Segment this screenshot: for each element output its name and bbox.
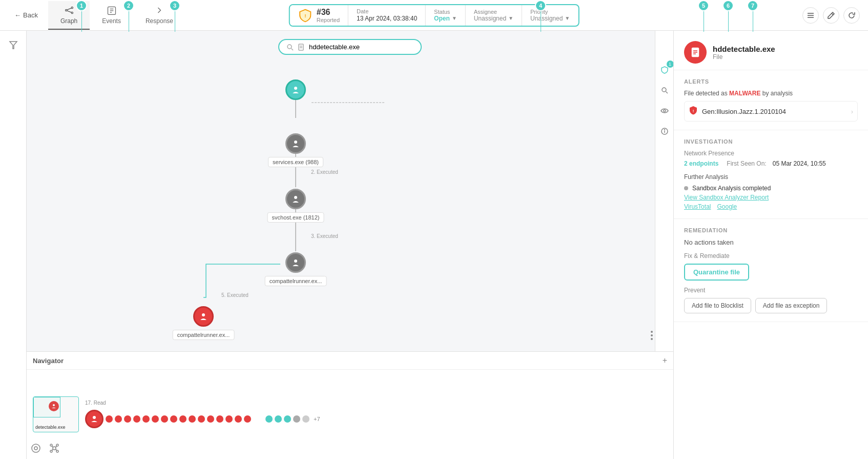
node-services[interactable]: services.exe (988) — [285, 133, 306, 154]
node-compattel1-circle — [285, 252, 306, 273]
timeline-dot-red-12[interactable] — [207, 415, 214, 423]
svg-point-24 — [294, 87, 297, 90]
timeline-dot-red-10[interactable] — [189, 415, 196, 423]
timeline-dot-red-3[interactable] — [124, 415, 131, 423]
svg-rect-17 — [299, 44, 303, 50]
svg-line-30 — [666, 92, 668, 94]
tab-graph[interactable]: Graph — [48, 1, 90, 30]
timeline-dot-gray-2[interactable] — [302, 415, 309, 423]
list-icon-button[interactable] — [802, 7, 819, 24]
add-file-exception-button[interactable]: Add file as exception — [755, 298, 828, 313]
alert-item[interactable]: ! Gen:Illusion.Jazz.1.2010104 › — [684, 101, 858, 122]
more-dot-3 — [651, 338, 653, 340]
navigator-header: Navigator + — [27, 352, 673, 370]
back-button[interactable]: ← Back — [8, 8, 44, 22]
svg-point-31 — [664, 110, 666, 112]
timeline-dot-red-16[interactable] — [244, 415, 251, 423]
endpoints-link[interactable]: 2 endpoints — [684, 160, 718, 167]
right-panel: hddetectable.exe File ALERTS File detect… — [673, 31, 868, 459]
more-dot-2 — [651, 334, 653, 336]
prevent-action-buttons: Add file to Blocklist Add file as except… — [684, 298, 858, 313]
more-dot-1 — [651, 331, 653, 333]
filter-icon-button[interactable] — [5, 37, 22, 53]
badge-count: 1 — [667, 61, 674, 68]
node-svchost-icon — [291, 194, 300, 204]
cluster-icon-button[interactable] — [49, 443, 59, 455]
node-svchost[interactable]: svchost.exe (1812) — [285, 189, 306, 209]
search-sidebar-icon-button[interactable] — [656, 82, 673, 98]
tab-response[interactable]: Response — [133, 1, 185, 30]
refresh-icon-button[interactable] — [843, 7, 860, 24]
svg-point-27 — [294, 260, 297, 263]
timeline-main-node[interactable] — [85, 410, 104, 428]
node-compattel2[interactable]: compattelrunner.ex... — [193, 306, 214, 327]
svg-line-44 — [52, 446, 53, 448]
timeline-dot-red-6[interactable] — [152, 415, 159, 423]
investigation-section: INVESTIGATION Network Presence 2 endpoin… — [674, 130, 868, 219]
remediation-title: REMEDIATION — [684, 227, 858, 233]
further-analysis: Further Analysis Sandbox Analysis comple… — [684, 173, 858, 210]
mini-map[interactable]: detectable.exe — [33, 396, 79, 432]
timeline-dot-gray-1[interactable] — [293, 415, 300, 423]
graph-search-input[interactable] — [309, 43, 414, 51]
shield-sidebar-icon-button[interactable]: 1 — [656, 62, 673, 78]
timeline-dot-red-8[interactable] — [170, 415, 177, 423]
timeline-dot-red-5[interactable] — [142, 415, 150, 423]
svg-point-28 — [202, 313, 205, 316]
alert-banner: File detected as MALWARE by analysis — [684, 90, 858, 97]
more-options-button[interactable] — [649, 329, 655, 342]
assignee-field[interactable]: Assignee Unassigned ▼ — [466, 5, 522, 26]
timeline-dot-red-14[interactable] — [225, 415, 233, 423]
add-to-blocklist-button[interactable]: Add file to Blocklist — [684, 298, 751, 313]
timeline-dot-red-4[interactable] — [133, 415, 140, 423]
alert-shield-icon: ! — [689, 106, 698, 117]
edge-label-executed-5: 5. Executed — [221, 292, 249, 298]
priority-field[interactable]: Priority Unassigned ▼ — [522, 5, 578, 26]
view-sandbox-report-link[interactable]: View Sandbox Analyzer Report — [684, 194, 858, 201]
quarantine-button[interactable]: Quarantine file — [684, 264, 749, 281]
google-link[interactable]: Google — [717, 203, 737, 210]
network-presence-label: Network Presence — [684, 150, 740, 157]
investigation-title: INVESTIGATION — [684, 138, 858, 145]
timeline-dot-red-1[interactable] — [106, 415, 113, 423]
prevent-label: Prevent — [684, 287, 858, 294]
timeline-dot-red-11[interactable] — [198, 415, 205, 423]
timeline-dot-red-13[interactable] — [216, 415, 223, 423]
info-sidebar-icon-button[interactable] — [656, 123, 673, 139]
node-compattel1-icon — [291, 258, 300, 267]
timeline-dot-red-7[interactable] — [161, 415, 168, 423]
nav-tabs: Graph Events Response — [48, 1, 185, 30]
timeline-dot-red-2[interactable] — [115, 415, 122, 423]
back-label: Back — [23, 11, 38, 19]
graph-layout-icon-button[interactable] — [31, 443, 41, 455]
tab-events[interactable]: Events — [90, 1, 133, 30]
alert-suffix: by analysis — [762, 90, 793, 97]
timeline-dot-teal-3[interactable] — [284, 415, 291, 423]
node-root[interactable] — [285, 79, 306, 100]
navigator-add-button[interactable]: + — [663, 356, 667, 365]
graph-search-bar — [278, 39, 422, 55]
timeline-dot-teal-1[interactable] — [265, 415, 273, 423]
timeline-dot-red-15[interactable] — [235, 415, 242, 423]
eye-sidebar-icon-button[interactable] — [656, 103, 673, 119]
svg-point-29 — [662, 88, 666, 92]
node-root-circle — [285, 79, 306, 100]
timeline-dot-teal-2[interactable] — [275, 415, 282, 423]
graph-area: services.exe (988) 2. Executed svchost.e… — [27, 31, 673, 459]
timeline-main-node-icon — [90, 415, 98, 423]
timeline-dot-red-9[interactable] — [179, 415, 187, 423]
left-sidebar — [0, 31, 27, 459]
status-field[interactable]: Status Open ▼ — [426, 5, 466, 26]
node-compattel1[interactable]: compattelrunner.ex... — [285, 252, 306, 273]
virustotal-link[interactable]: VirusTotal — [684, 203, 711, 210]
shield-icon: ! — [298, 8, 313, 23]
svg-point-15 — [287, 45, 292, 49]
svg-point-41 — [56, 444, 58, 446]
priority-dropdown-arrow: ▼ — [565, 15, 570, 21]
edit-icon-button[interactable] — [823, 7, 839, 24]
svg-point-40 — [50, 444, 52, 446]
node-compattel2-label: compattelrunner.ex... — [173, 330, 235, 340]
file-info: hddetectable.exe File — [713, 45, 775, 61]
node-compattel1-label: compattelrunner.ex... — [265, 276, 327, 286]
timeline-more-label: +7 — [314, 416, 320, 422]
